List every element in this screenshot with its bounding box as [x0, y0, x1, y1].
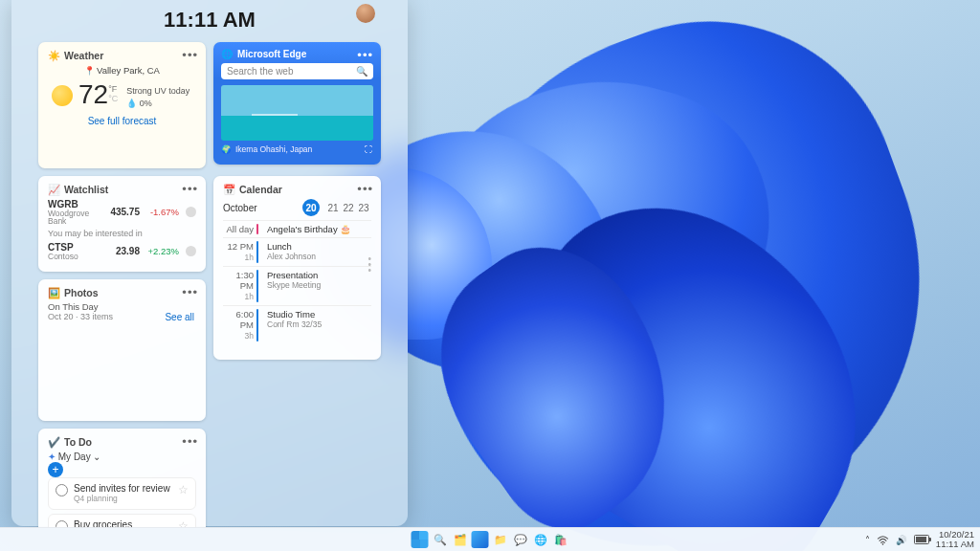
edge-search-input[interactable]: Search the web 🔍	[221, 63, 373, 79]
weather-icon: ☀️	[48, 50, 59, 61]
widgets-button[interactable]	[472, 531, 489, 548]
calendar-widget[interactable]: 📅Calendar ••• October 20 212223 All dayA…	[213, 176, 381, 360]
stocks-icon: 📈	[48, 184, 59, 195]
star-icon[interactable]: ☆	[178, 483, 189, 496]
photos-more-button[interactable]: •••	[182, 285, 198, 299]
edge-caption: Ikema Ohashi, Japan	[235, 144, 312, 154]
file-explorer-button[interactable]: 📁	[492, 531, 509, 548]
calendar-today[interactable]: 20	[302, 199, 320, 216]
chat-button[interactable]: 💬	[512, 531, 529, 548]
search-icon: 🔍	[356, 66, 368, 77]
todo-more-button[interactable]: •••	[182, 434, 198, 449]
edge-title: Microsoft Edge	[237, 49, 306, 59]
calendar-title: Calendar	[239, 184, 282, 195]
edge-widget[interactable]: 🌐Microsoft Edge ••• Search the web 🔍 🌍Ik…	[213, 42, 381, 165]
weather-title: Weather	[64, 50, 103, 61]
weather-precip: 0%	[140, 99, 152, 108]
photos-widget[interactable]: 🖼️Photos ••• On This Day Oct 20 · 33 ite…	[38, 279, 206, 421]
edge-more-button[interactable]: •••	[357, 48, 373, 62]
todo-title: To Do	[64, 436, 92, 448]
weather-location: Valley Park, CA	[48, 65, 196, 76]
pin-icon[interactable]	[186, 207, 196, 217]
watchlist-more-button[interactable]: •••	[182, 182, 198, 196]
todo-task[interactable]: Buy groceriesTasks☆	[48, 514, 196, 528]
edge-icon: 🌐	[221, 48, 233, 59]
chevron-down-icon: ⌄	[93, 452, 100, 462]
volume-icon[interactable]: 🔊	[896, 535, 907, 545]
photos-icon: 🖼️	[48, 287, 59, 298]
photos-subtitle: On This Day	[48, 301, 196, 312]
todo-icon: ✔️	[48, 436, 59, 448]
widgets-panel: 11:11 AM ☀️Weather ••• Valley Park, CA 7…	[27, 0, 392, 528]
watchlist-row[interactable]: WGRBWoodgrove Bank 435.75 -1.67%	[48, 199, 196, 225]
calendar-month[interactable]: October	[223, 203, 257, 213]
weather-temp: 72	[78, 79, 108, 110]
user-avatar[interactable]	[356, 4, 375, 23]
calendar-icon: 📅	[223, 184, 234, 195]
panel-clock: 11:11 AM	[31, 6, 389, 33]
calendar-vdots-icon[interactable]: •••	[368, 256, 371, 274]
system-tray[interactable]: ˄ 🔊 10/20/21 11:11 AM	[865, 530, 974, 549]
edge-button[interactable]: 🌐	[532, 531, 549, 548]
task-view-button[interactable]: 🗂️	[452, 531, 469, 548]
watchlist-suggest-label: You may be interested in	[48, 229, 196, 238]
todo-task[interactable]: Send invites for reviewQ4 planning☆	[48, 477, 196, 510]
task-checkbox[interactable]	[56, 484, 68, 496]
calendar-event[interactable]: 1:30 PM1hPresentationSkype Meeting	[223, 266, 371, 305]
edge-photo	[221, 85, 373, 141]
store-button[interactable]: 🛍️	[552, 531, 569, 548]
calendar-upcoming-dates[interactable]: 212223	[325, 203, 371, 213]
taskbar-clock[interactable]: 10/20/21 11:11 AM	[936, 530, 974, 549]
weather-widget[interactable]: ☀️Weather ••• Valley Park, CA 72°F°C Str…	[38, 42, 206, 168]
pin-icon[interactable]	[186, 246, 196, 256]
sun-icon	[52, 85, 73, 106]
fullscreen-icon[interactable]: ⛶	[365, 144, 373, 154]
photos-title: Photos	[64, 287, 99, 298]
watchlist-widget[interactable]: 📈Watchlist ••• WGRBWoodgrove Bank 435.75…	[38, 176, 206, 272]
taskbar-search-button[interactable]: 🔍	[432, 531, 449, 548]
chevron-up-icon[interactable]: ˄	[865, 535, 870, 545]
weather-more-button[interactable]: •••	[182, 48, 198, 62]
start-button[interactable]	[412, 531, 429, 548]
taskbar-center: 🔍 🗂️ 📁 💬 🌐 🛍️	[412, 531, 569, 548]
calendar-more-button[interactable]: •••	[357, 182, 373, 196]
wifi-icon[interactable]	[877, 534, 889, 544]
todo-widget[interactable]: ✔️To Do ••• My Day ⌄ + Send invites for …	[38, 429, 206, 528]
watchlist-title: Watchlist	[64, 184, 108, 195]
battery-icon[interactable]	[914, 535, 929, 544]
todo-add-button[interactable]: +	[48, 462, 63, 477]
globe-icon: 🌍	[221, 144, 232, 154]
svg-point-0	[881, 543, 883, 545]
taskbar: 🔍 🗂️ 📁 💬 🌐 🛍️ ˄ 🔊 10/20/21 11:11 AM	[0, 527, 980, 551]
calendar-event[interactable]: All dayAngela's Birthday 🎂	[223, 220, 371, 237]
see-forecast-link[interactable]: See full forecast	[48, 116, 196, 126]
photos-see-all-link[interactable]: See all	[165, 312, 194, 322]
weather-condition: Strong UV today	[126, 85, 189, 98]
todo-view-selector[interactable]: My Day ⌄	[48, 452, 100, 462]
calendar-event[interactable]: 6:00 PM3hStudio TimeConf Rm 32/35	[223, 305, 371, 344]
calendar-event[interactable]: 12 PM1hLunchAlex Johnson	[223, 237, 371, 266]
watchlist-row[interactable]: CTSPContoso 23.98 +2.23%	[48, 242, 196, 260]
